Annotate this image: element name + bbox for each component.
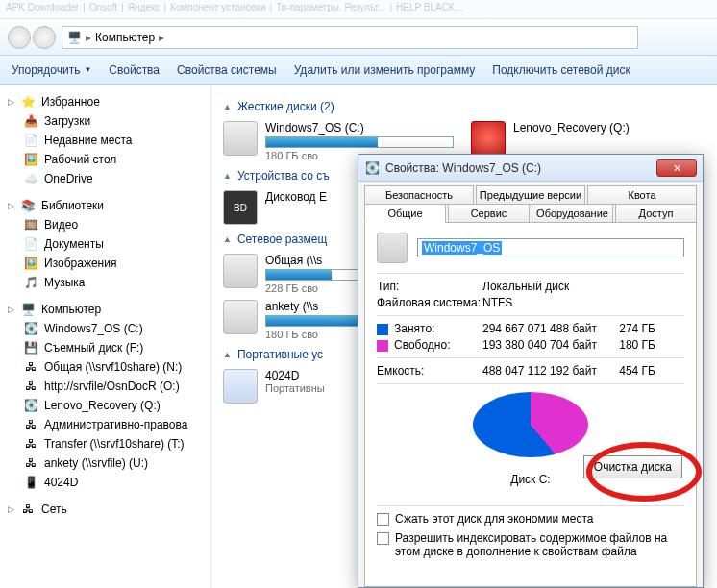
tab-tools[interactable]: Сервис bbox=[448, 204, 530, 223]
music-icon: 🎵 bbox=[23, 275, 38, 290]
drive-icon: 💽 bbox=[364, 160, 380, 176]
breadcrumb-label: Компьютер bbox=[95, 31, 155, 44]
drive-icon bbox=[223, 121, 258, 156]
section-hard-drives[interactable]: ▲Жесткие диски (2) bbox=[223, 100, 705, 113]
desktop-icon: 🖼️ bbox=[23, 152, 38, 167]
index-label: Разрешить индексировать содержимое файло… bbox=[395, 531, 684, 558]
sidebar-item-drive-o[interactable]: 🖧http://srvfile/OsnDocR (O:) bbox=[4, 377, 207, 396]
sidebar: ▷⭐Избранное 📥Загрузки 📄Недавние места 🖼️… bbox=[0, 85, 211, 588]
sidebar-item-4024d[interactable]: 📱4024D bbox=[4, 473, 207, 492]
sidebar-item-drive-t[interactable]: 🖧Transfer (\\srvf10share) (T:) bbox=[4, 434, 207, 453]
portable-device-icon bbox=[223, 369, 258, 404]
organize-menu[interactable]: Упорядочить▼ bbox=[12, 63, 91, 77]
sidebar-item-desktop[interactable]: 🖼️Рабочий стол bbox=[4, 150, 207, 169]
chevron-right-icon: ▸ bbox=[86, 31, 91, 44]
forward-button[interactable] bbox=[33, 26, 56, 49]
sidebar-item-drive-admin[interactable]: 🖧Административно-правова bbox=[4, 415, 207, 434]
sidebar-network-header[interactable]: ▷🖧Сеть bbox=[4, 500, 207, 519]
tab-previous-versions[interactable]: Предыдущие версии bbox=[476, 185, 585, 205]
library-icon: 📚 bbox=[20, 198, 36, 213]
compress-checkbox[interactable] bbox=[377, 513, 389, 526]
type-label: Тип: bbox=[377, 280, 482, 293]
tab-security[interactable]: Безопасность bbox=[364, 185, 474, 205]
chevron-right-icon: ▸ bbox=[159, 31, 164, 44]
properties-dialog: 💽 Свойства: Windows7_OS (C:) ✕ Безопасно… bbox=[358, 154, 704, 588]
fs-value: NTFS bbox=[482, 296, 512, 309]
disk-cleanup-button[interactable]: Очистка диска bbox=[583, 455, 682, 478]
network-drive-icon: 🖧 bbox=[23, 379, 38, 394]
capacity-gb: 454 ГБ bbox=[607, 364, 655, 378]
fs-label: Файловая система: bbox=[377, 296, 482, 309]
properties-button[interactable]: Свойства bbox=[109, 63, 160, 77]
map-drive-button[interactable]: Подключить сетевой диск bbox=[492, 63, 630, 77]
sidebar-item-drive-n[interactable]: 🖧Общая (\\srvf10share) (N:) bbox=[4, 357, 207, 377]
downloads-icon: 📥 bbox=[23, 113, 38, 129]
network-drive-icon bbox=[223, 300, 258, 334]
optical-icon: BD bbox=[223, 190, 258, 225]
capacity-label: Емкость: bbox=[377, 364, 482, 378]
onedrive-icon: ☁️ bbox=[23, 171, 38, 186]
drive-icon bbox=[377, 233, 408, 263]
uninstall-button[interactable]: Удалить или изменить программу bbox=[294, 63, 476, 77]
usage-pie-chart bbox=[468, 392, 593, 469]
close-button[interactable]: ✕ bbox=[656, 159, 697, 177]
tab-general[interactable]: Общие bbox=[364, 204, 446, 223]
system-properties-button[interactable]: Свойства системы bbox=[177, 63, 277, 77]
drive-icon: 💽 bbox=[23, 321, 38, 336]
free-bytes: 193 380 040 704 байт bbox=[482, 338, 607, 352]
network-drive-icon: 🖧 bbox=[23, 359, 38, 375]
recent-icon: 📄 bbox=[23, 133, 38, 148]
used-gb: 274 ГБ bbox=[607, 322, 655, 335]
free-label: Свободно: bbox=[394, 338, 451, 352]
capacity-bytes: 488 047 112 192 байт bbox=[482, 364, 607, 378]
dialog-titlebar[interactable]: 💽 Свойства: Windows7_OS (C:) ✕ bbox=[358, 155, 703, 182]
network-icon: 🖧 bbox=[20, 502, 36, 517]
network-drive-icon bbox=[223, 254, 258, 288]
used-label: Занято: bbox=[394, 322, 434, 335]
back-button[interactable] bbox=[8, 26, 31, 49]
picture-icon: 🖼️ bbox=[23, 256, 38, 271]
sidebar-item-drive-q[interactable]: 💽Lenovo_Recovery (Q:) bbox=[4, 396, 207, 415]
sidebar-item-pictures[interactable]: 🖼️Изображения bbox=[4, 254, 207, 273]
sidebar-item-videos[interactable]: 🎞️Видео bbox=[4, 215, 207, 234]
used-bytes: 294 667 071 488 байт bbox=[482, 322, 607, 335]
free-gb: 180 ГБ bbox=[607, 338, 655, 352]
type-value: Локальный диск bbox=[482, 280, 569, 293]
sidebar-item-documents[interactable]: 📄Документы bbox=[4, 234, 207, 254]
computer-icon: 🖥️ bbox=[20, 302, 36, 317]
dialog-title: Свойства: Windows7_OS (C:) bbox=[385, 161, 651, 175]
sidebar-item-music[interactable]: 🎵Музыка bbox=[4, 273, 207, 292]
sidebar-computer-header[interactable]: ▷🖥️Компьютер bbox=[4, 300, 207, 319]
volume-name-input[interactable]: Windows7_OS bbox=[417, 238, 684, 257]
breadcrumb[interactable]: 🖥️ ▸ Компьютер ▸ bbox=[62, 26, 638, 49]
address-bar-row: 🖥️ ▸ Компьютер ▸ bbox=[0, 19, 717, 56]
index-checkbox[interactable] bbox=[377, 532, 389, 545]
sidebar-libraries-header[interactable]: ▷📚Библиотеки bbox=[4, 196, 207, 215]
drive-icon bbox=[471, 121, 506, 156]
free-swatch-icon bbox=[377, 340, 388, 352]
sidebar-item-drive-f[interactable]: 💾Съемный диск (F:) bbox=[4, 338, 207, 357]
device-icon: 📱 bbox=[23, 475, 38, 490]
network-drive-icon: 🖧 bbox=[23, 417, 38, 432]
compress-label: Сжать этот диск для экономии места bbox=[395, 512, 593, 526]
used-swatch-icon bbox=[377, 324, 388, 335]
network-drive-icon: 🖧 bbox=[23, 455, 38, 471]
network-drive-icon: 🖧 bbox=[23, 436, 38, 452]
removable-icon: 💾 bbox=[23, 340, 38, 355]
sidebar-item-drive-c[interactable]: 💽Windows7_OS (C:) bbox=[4, 319, 207, 338]
sidebar-item-onedrive[interactable]: ☁️OneDrive bbox=[4, 169, 207, 188]
computer-icon: 🖥️ bbox=[66, 30, 82, 45]
sidebar-item-downloads[interactable]: 📥Загрузки bbox=[4, 111, 207, 131]
sidebar-item-drive-u[interactable]: 🖧ankety (\\srvfile) (U:) bbox=[4, 453, 207, 473]
sidebar-favorites-header[interactable]: ▷⭐Избранное bbox=[4, 92, 207, 111]
sidebar-item-recent[interactable]: 📄Недавние места bbox=[4, 131, 207, 150]
document-icon: 📄 bbox=[23, 236, 38, 252]
browser-tabs: APK Downloader| Onsoft| Яндекс| Компонен… bbox=[0, 0, 717, 19]
star-icon: ⭐ bbox=[20, 94, 36, 110]
drive-icon: 💽 bbox=[23, 398, 38, 413]
chevron-down-icon: ▼ bbox=[84, 65, 91, 74]
tab-hardware[interactable]: Оборудование bbox=[532, 204, 613, 223]
tab-quota[interactable]: Квота bbox=[587, 185, 697, 205]
toolbar: Упорядочить▼ Свойства Свойства системы У… bbox=[0, 56, 717, 85]
tab-sharing[interactable]: Доступ bbox=[615, 204, 697, 223]
